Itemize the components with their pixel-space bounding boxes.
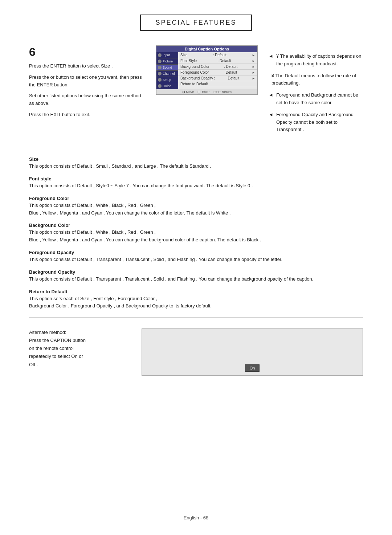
alternate-text4: Off . [29, 361, 131, 369]
footer-enter: ◫ Enter [197, 90, 209, 94]
option-fgcolor-desc: This option consists of Default , White … [29, 202, 363, 217]
option-returndefault-desc: This option sets each of Size , Font sty… [29, 295, 363, 310]
bullet-4: ◄ Foreground Opacity and Background Opac… [269, 111, 363, 134]
option-fgopacity-desc: This option consists of Default , Transp… [29, 256, 363, 264]
tv-menu-title: Digital Caption Options [156, 46, 257, 52]
option-bgcolor: Background Color This option consists of… [29, 222, 363, 244]
menu-row-bgopacity: Background Opacity : Default ► [178, 75, 257, 81]
bullet-1: ◄ ¥ The availability of captions depends… [269, 53, 363, 68]
sidebar-item-guide: Guide [156, 83, 178, 89]
options-section: Size This option consists of Default , S… [29, 156, 363, 310]
sidebar-item-sound: Sound [156, 65, 178, 71]
tv-menu-body: Input Picture Sound Channel [156, 52, 257, 89]
step-instruction-2: Press the or button to select one you wa… [29, 74, 145, 89]
alternate-text2: on the remote control [29, 344, 131, 352]
option-fgcolor-title: Foreground Color [29, 196, 363, 201]
step-left: 6 Press the ENTER button to select Size … [29, 45, 145, 122]
bullet-2: ¥ The Default means to follow the rule o… [269, 72, 363, 87]
option-fontstyle-desc: This option consists of Default , Style0… [29, 182, 363, 190]
sidebar-item-setup: Setup [156, 77, 178, 83]
step-number: 6 [29, 45, 145, 59]
option-returndefault-title: Return to Default [29, 289, 363, 294]
section-divider [29, 149, 363, 149]
option-size: Size This option consists of Default , S… [29, 156, 363, 170]
step-instruction-3: Set other listed options below using the… [29, 92, 145, 107]
option-size-title: Size [29, 156, 363, 162]
menu-row-fontstyle: Font Style : Default ► [178, 58, 257, 64]
option-fontstyle: Font style This option consists of Defau… [29, 176, 363, 190]
menu-row-size: Size : Default ► [178, 52, 257, 58]
setup-icon [158, 78, 162, 82]
menu-row-fgcolor: Foreground Color : Default ► [178, 70, 257, 75]
caption-on-button[interactable]: On [245, 364, 260, 372]
page-title: Special Features [155, 19, 236, 26]
sidebar-item-channel: Channel [156, 71, 178, 77]
alternate-section: Alternate method: Press the CAPTION butt… [29, 328, 363, 376]
footer-text: English - 68 [184, 515, 209, 520]
option-bgcolor-title: Background Color [29, 222, 363, 228]
sidebar-item-picture: Picture [156, 58, 178, 65]
sidebar-item-input: Input [156, 52, 178, 58]
channel-icon [158, 72, 162, 75]
picture-icon [158, 60, 162, 63]
page-footer: English - 68 [29, 501, 363, 520]
step-instruction-4: Press the EXIT button to exit. [29, 111, 145, 119]
alternate-text1: Press the CAPTION button [29, 336, 131, 344]
option-returndefault: Return to Default This option sets each … [29, 289, 363, 310]
alternate-left: Alternate method: Press the CAPTION butt… [29, 328, 131, 368]
tv-menu-rows: Size : Default ► Font Style : Default ► … [178, 52, 257, 89]
footer-move: ◑ Move [182, 90, 194, 94]
footer-return: ◻◻◻ Return [213, 90, 232, 94]
main-content: 6 Press the ENTER button to select Size … [29, 45, 363, 376]
option-fgopacity-title: Foreground Opacity [29, 250, 363, 255]
menu-row-return: Return to Default [178, 81, 257, 87]
step-section: 6 Press the ENTER button to select Size … [29, 45, 363, 138]
option-bgopacity-title: Background Opacity [29, 269, 363, 275]
caption-box: On [142, 328, 363, 376]
option-fgcolor: Foreground Color This option consists of… [29, 196, 363, 217]
alternate-text3: repeatedly to select On or [29, 352, 131, 360]
option-bgcolor-desc: This option consists of Default , White … [29, 229, 363, 244]
sound-icon [158, 66, 162, 69]
step-right-bullets: ◄ ¥ The availability of captions depends… [269, 45, 363, 138]
option-size-desc: This option consists of Default , Small … [29, 163, 363, 170]
page-title-box: Special Features [140, 15, 252, 31]
option-fontstyle-title: Font style [29, 176, 363, 181]
guide-icon [158, 84, 162, 88]
step-instruction-1: Press the ENTER button to select Size . [29, 62, 145, 70]
option-fgopacity: Foreground Opacity This option consists … [29, 250, 363, 264]
menu-row-bgcolor: Background Color : Default ► [178, 64, 257, 70]
tv-menu-footer: ◑ Move ◫ Enter ◻◻◻ Return [156, 89, 257, 94]
alternate-label: Alternate method: [29, 328, 131, 336]
input-icon [158, 53, 162, 57]
tv-menu-screenshot: Digital Caption Options Input Picture [156, 45, 258, 95]
tv-menu-sidebar: Input Picture Sound Channel [156, 52, 178, 89]
bullet-3: ◄ Foreground and Background cannot be se… [269, 91, 363, 107]
option-bgopacity-desc: This option consists of Default , Transp… [29, 275, 363, 283]
section-divider-2 [29, 317, 363, 318]
option-bgopacity: Background Opacity This option consists … [29, 269, 363, 283]
